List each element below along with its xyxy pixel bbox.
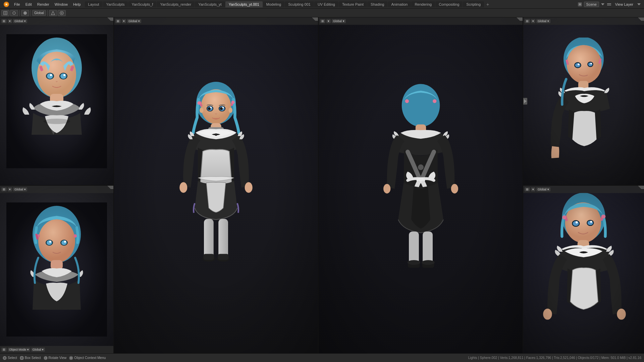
toolbar-sep-1 (19, 10, 20, 16)
blender-logo (3, 1, 10, 8)
tab-yansculpts[interactable]: YanSculpts (103, 1, 128, 7)
bottom-left-viewport[interactable]: ⊞ ▾ Global ▾ (0, 186, 113, 353)
editor-type-btn[interactable] (1, 10, 9, 16)
top-left-viewport[interactable]: ⊞ ▾ Global ▾ (0, 17, 113, 185)
top-left-render (0, 17, 113, 185)
menu-edit[interactable]: Edit (23, 2, 35, 7)
vp-cb-mode-btn[interactable]: ▾ (326, 19, 331, 23)
rotate-view-label[interactable]: Rotate View (49, 356, 67, 360)
vp-rt-global-btn[interactable]: Global ▾ (536, 19, 550, 23)
vp-rb-global-btn[interactable]: Global ▾ (536, 187, 550, 191)
vp-bl-bot-mode-btn[interactable]: Object Mode ▾ (8, 348, 30, 352)
vp-cf-mode-btn[interactable]: ▾ (122, 19, 126, 23)
top-menu-bar: File Edit Render Window Help Layout YanS… (0, 0, 644, 9)
scene-dropdown-icon[interactable] (600, 2, 605, 7)
vp-rb-editor-btn[interactable]: ⊞ (525, 187, 530, 191)
right-top-vp-header: ⊞ ▾ Global ▾ (523, 17, 644, 25)
center-back-vp-header: ⊞ ▾ Global ▾ (319, 17, 523, 25)
menu-render[interactable]: Render (35, 2, 52, 7)
svg-rect-6 (607, 3, 611, 4)
right-panel-resize-handle[interactable] (523, 98, 527, 105)
tab-texture-paint[interactable]: Texture Paint (339, 1, 367, 7)
tab-animation[interactable]: Animation (388, 1, 411, 7)
svg-point-107 (602, 215, 606, 219)
svg-point-13 (23, 11, 27, 15)
tab-shading[interactable]: Shading (367, 1, 387, 7)
scene-selector[interactable]: Scene (584, 2, 599, 7)
menu-window[interactable]: Window (52, 2, 70, 7)
vp-bl-global-btn[interactable]: Global ▾ (13, 187, 27, 191)
view-layer-icon[interactable] (606, 2, 612, 7)
toolbar-strip: Global (0, 9, 644, 17)
tab-uv-editing[interactable]: UV Editing (314, 1, 338, 7)
select-dot (3, 356, 7, 360)
svg-point-85 (407, 260, 420, 265)
viewport-shading-btn[interactable] (21, 10, 29, 16)
tab-yansculpts-yt-001[interactable]: YanSculpts_yt.001 (225, 1, 263, 7)
vp-rt-corner (638, 17, 644, 21)
tab-rendering[interactable]: Rendering (411, 1, 435, 7)
svg-point-57 (228, 108, 232, 113)
view-layer-dropdown-icon[interactable] (637, 2, 641, 7)
vp-bl-bot-editor-btn[interactable]: ⊞ (1, 348, 7, 352)
svg-point-56 (200, 108, 204, 113)
vp-rt-editor-btn[interactable]: ⊞ (525, 19, 530, 23)
vp-bl-corner (107, 186, 113, 189)
vp-bl-bot-global-btn[interactable]: Global ▾ (31, 348, 45, 352)
snap-btn[interactable] (49, 10, 57, 16)
tab-sculpting-001[interactable]: Sculpting 001 (285, 1, 314, 7)
vp-tl-mode-btn[interactable]: ▾ (8, 19, 12, 23)
vp-rb-mode-btn[interactable]: ▾ (531, 187, 535, 191)
add-workspace-button[interactable]: + (484, 1, 491, 8)
tab-compositing[interactable]: Compositing (435, 1, 463, 7)
svg-point-25 (50, 74, 52, 76)
main-viewport-area: ⊞ ▾ Global ▾ (0, 17, 644, 353)
center-front-viewport-inner: ⊞ ▾ Global ▾ (114, 17, 318, 353)
view-layer-label: View Layer (613, 2, 635, 7)
proportional-edit-btn[interactable] (58, 10, 66, 16)
vp-bl-editor-btn[interactable]: ⊞ (1, 187, 7, 191)
svg-point-112 (576, 221, 578, 224)
right-viewports: ⊞ ▾ Global ▾ (523, 17, 644, 353)
vp-rt-mode-btn[interactable]: ▾ (531, 19, 535, 23)
menu-file[interactable]: File (11, 2, 23, 7)
vp-cf-editor-btn[interactable]: ⊞ (115, 19, 121, 23)
svg-point-31 (38, 219, 75, 263)
svg-rect-67 (204, 219, 214, 257)
center-back-viewport-inner: ⊞ ▾ Global ▾ (319, 17, 523, 353)
engine-icon[interactable] (577, 2, 583, 7)
tab-yansculpts-f[interactable]: YanSculpts_f (128, 1, 156, 7)
vp-bl-mode-btn[interactable]: ▾ (8, 187, 12, 191)
object-mode-btn[interactable] (10, 10, 18, 16)
tab-modeling[interactable]: Modeling (263, 1, 285, 7)
tab-layout[interactable]: Layout (85, 1, 103, 7)
bottom-left-render (0, 186, 113, 353)
tab-yansculpts-yt[interactable]: YanSculpts_yt (195, 1, 225, 7)
vp-tl-editor-btn[interactable]: ⊞ (1, 19, 7, 23)
vp-bl-bottom-toolbar: ⊞ Object Mode ▾ Global ▾ (0, 346, 113, 353)
vp-cb-editor-btn[interactable]: ⊞ (320, 19, 325, 23)
svg-marker-5 (601, 3, 604, 5)
right-top-viewport[interactable]: ⊞ ▾ Global ▾ (523, 17, 644, 186)
tab-scripting[interactable]: Scripting (463, 1, 484, 7)
vp-tl-global-btn[interactable]: Global ▾ (13, 19, 27, 23)
select-label[interactable]: Select (8, 356, 17, 360)
right-top-viewport-inner: ⊞ ▾ Global ▾ (523, 17, 644, 185)
menu-help[interactable]: Help (70, 2, 84, 7)
tab-yansculpts-render[interactable]: YanSculpts_render (157, 1, 195, 7)
vp-cf-global-btn[interactable]: Global ▾ (127, 19, 141, 23)
box-select-label[interactable]: Box Select (25, 356, 41, 360)
char-svg-center-back (361, 65, 480, 313)
svg-point-38 (61, 240, 67, 245)
center-front-viewport[interactable]: ⊞ ▾ Global ▾ (114, 17, 319, 353)
center-back-viewport[interactable]: ⊞ ▾ Global ▾ (319, 17, 523, 353)
global-transform-btn[interactable]: Global (32, 10, 46, 16)
vp-cb-global-btn[interactable]: Global ▾ (332, 19, 346, 23)
right-bottom-viewport[interactable]: ⊞ ▾ Global ▾ (523, 186, 644, 353)
char-svg-center-front (156, 63, 276, 314)
context-menu-label[interactable]: Object Context Menu (74, 356, 106, 360)
svg-point-94 (588, 62, 593, 66)
svg-point-46 (198, 101, 201, 105)
svg-point-65 (179, 182, 187, 193)
svg-point-119 (543, 309, 552, 320)
